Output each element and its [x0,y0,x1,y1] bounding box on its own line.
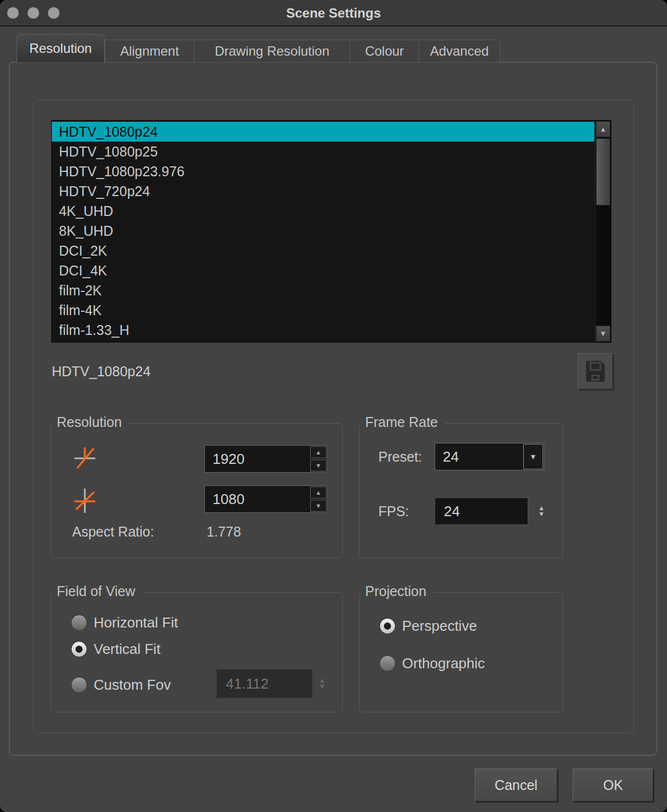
width-input[interactable] [205,446,310,472]
up-arrow-icon: ▲ [316,490,322,496]
list-item[interactable]: 4K_UHD [52,201,594,221]
list-item[interactable]: 8K_UHD [52,221,594,241]
dropdown-arrow-button[interactable]: ▼ [523,444,543,469]
horizontal-fit-option: Horizontal Fit [72,615,178,630]
tab-colour[interactable]: Colour [350,40,419,62]
custom-fov-stepper: ▲ ▼ [316,669,329,698]
up-arrow-icon: ▲ [316,450,322,456]
aspect-ratio-label: Aspect Ratio: [72,524,154,540]
width-decrement-button[interactable]: ▼ [310,459,327,472]
tab-advanced[interactable]: Advanced [419,40,500,62]
vertical-fit-label[interactable]: Vertical Fit [94,641,160,658]
vertical-resolution-icon [73,488,96,514]
list-item[interactable]: film-1.33_H [52,320,594,340]
fps-stepper[interactable]: ▲ ▼ [535,497,548,525]
list-item[interactable]: film-2K [52,280,594,300]
fps-label: FPS: [378,497,409,525]
up-arrow-icon: ▲ [600,125,607,133]
resolution-group-legend: Resolution [52,414,128,430]
radio-custom-fov[interactable] [72,678,86,692]
frame-rate-group: Frame Rate Preset: 24 ▼ FPS: ▲ ▼ [359,423,563,558]
preset-label: Preset: [378,443,422,470]
custom-fov-option: Custom Fov [72,677,171,692]
resolution-preset-list[interactable]: HDTV_1080p24 HDTV_1080p25 HDTV_1080p23.9… [51,120,611,343]
list-item[interactable]: HDTV_720p24 [52,181,594,201]
horizontal-fit-label[interactable]: Horizontal Fit [94,614,178,631]
width-increment-button[interactable]: ▲ [310,446,327,458]
tab-alignment[interactable]: Alignment [105,40,194,62]
field-of-view-group: Field of View Horizontal Fit Vertical Fi… [51,592,343,712]
tab-bar: Alignment Drawing Resolution Colour Adva… [105,40,500,62]
field-of-view-group-legend: Field of View [52,583,142,599]
list-scrollbar[interactable]: ▲ ▼ [595,121,611,342]
radio-horizontal-fit[interactable] [72,615,86,630]
fps-input[interactable] [435,497,528,525]
list-item[interactable]: HDTV_1080p25 [52,142,594,161]
list-item[interactable]: HDTV_1080p24 [52,122,594,142]
frame-rate-preset-value: 24 [435,443,523,470]
list-item[interactable]: DCI_2K [52,241,594,261]
resolution-group: Resolution ▲ ▼ ▲ ▼ Aspect Ratio: 1.7 [51,423,343,558]
cancel-button[interactable]: Cancel [475,768,557,802]
radio-perspective[interactable] [380,619,395,634]
projection-group-legend: Projection [361,583,433,599]
perspective-option: Perspective [380,618,477,634]
scroll-down-button[interactable]: ▼ [596,326,610,342]
projection-group: Projection Perspective Orthographic [359,592,563,712]
perspective-label[interactable]: Perspective [402,618,477,635]
scrollbar-thumb[interactable] [596,138,610,205]
vertical-fit-option: Vertical Fit [72,641,160,657]
down-arrow-icon: ▼ [529,452,537,461]
height-spinbox: ▲ ▼ [204,485,328,513]
list-item[interactable]: DCI_4K [52,261,594,280]
orthographic-label[interactable]: Orthographic [402,655,485,672]
width-spinbox: ▲ ▼ [204,445,328,473]
save-preset-button[interactable] [578,353,613,389]
horizontal-resolution-icon [73,445,96,472]
ok-button[interactable]: OK [573,768,653,802]
list-item[interactable]: HDTV_1080p23.976 [52,161,594,181]
list-item[interactable]: film-4K [52,300,594,320]
radio-orthographic[interactable] [380,656,395,671]
radio-vertical-fit[interactable] [72,642,86,657]
down-arrow-icon: ▼ [538,512,545,517]
tab-drawing-resolution[interactable]: Drawing Resolution [194,40,350,62]
tab-resolution[interactable]: Resolution [17,34,105,62]
down-arrow-icon: ▼ [316,503,322,509]
save-icon [586,361,605,382]
selected-preset-label: HDTV_1080p24 [52,364,150,380]
title-bar: Scene Settings [0,0,667,26]
frame-rate-preset-dropdown[interactable]: 24 ▼ [435,443,544,470]
custom-fov-label[interactable]: Custom Fov [94,676,171,694]
down-arrow-icon: ▼ [319,684,326,689]
frame-rate-group-legend: Frame Rate [361,414,444,430]
aspect-ratio-value: 1.778 [207,524,241,540]
scroll-up-button[interactable]: ▲ [596,121,610,137]
scene-settings-dialog: Scene Settings Resolution Alignment Draw… [0,0,667,812]
custom-fov-input [216,669,312,698]
height-decrement-button[interactable]: ▼ [310,500,327,512]
orthographic-option: Orthographic [380,656,485,671]
down-arrow-icon: ▼ [316,463,322,469]
height-input[interactable] [205,486,310,512]
height-increment-button[interactable]: ▲ [310,486,327,499]
window-title: Scene Settings [0,0,667,26]
down-arrow-icon: ▼ [600,329,607,338]
